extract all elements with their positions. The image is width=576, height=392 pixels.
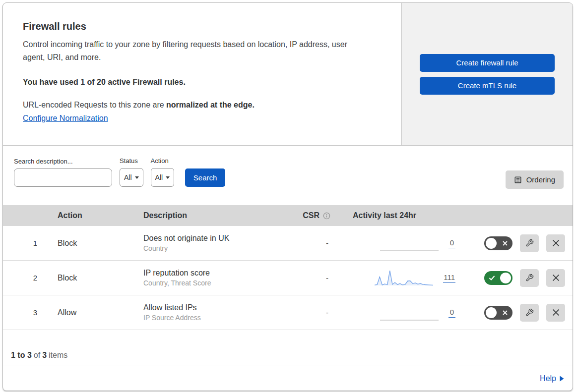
rule-enabled-toggle[interactable] [484,306,512,320]
wrench-icon [525,239,534,247]
x-icon [552,274,560,281]
status-select[interactable]: All [120,168,143,187]
csr-header-label: CSR [303,211,320,220]
rule-description: IP reputation score [143,269,283,278]
usage-summary: You have used 1 of 20 active Firewall ru… [23,78,382,87]
delete-rule-button[interactable] [546,234,565,252]
rule-enabled-toggle[interactable] [484,271,512,285]
ordering-button[interactable]: Ordering [506,170,564,189]
table-body: 1BlockDoes not originate in UKCountry-02… [3,226,573,330]
total-count: 3 [42,351,47,360]
rule-activity-cell: 111 [335,269,464,287]
pagination-summary: 1 to 3 of 3 items [3,330,573,366]
edit-rule-button[interactable] [520,269,539,287]
rule-controls [464,269,573,287]
action-select[interactable]: All [151,168,175,187]
rule-action: Block [50,239,140,248]
ordering-button-label: Ordering [526,175,555,184]
chevron-down-icon [135,176,139,179]
create-firewall-rule-button[interactable]: Create firewall rule [420,54,555,72]
actions-panel: Create firewall rule Create mTLS rule [401,3,573,145]
of-text: of [34,351,40,360]
rule-priority: 3 [3,308,50,317]
column-action: Action [50,211,140,220]
column-description: Description [140,211,283,220]
rule-csr: - [283,308,335,317]
search-input-wrapper [14,168,112,187]
rule-enabled-toggle[interactable] [484,236,512,250]
search-input[interactable] [24,169,114,186]
normalization-prefix: URL-encoded Requests to this zone are [23,101,164,109]
search-group: Search description... [14,158,112,187]
delete-rule-button[interactable] [546,304,565,322]
help-link[interactable]: Help [540,374,556,383]
wrench-icon [525,274,534,282]
status-selected-value: All [124,173,132,181]
rule-priority: 2 [3,274,50,282]
search-label: Search description... [14,158,112,165]
x-icon [502,310,508,316]
normalization-bold: normalized at the edge. [166,101,255,109]
create-mtls-rule-button[interactable]: Create mTLS rule [420,77,555,95]
help-bar: Help [3,366,573,391]
rule-action: Allow [50,308,140,317]
check-icon [489,275,495,281]
edit-rule-button[interactable] [520,234,539,252]
header-text-block: Firewall rules Control incoming traffic … [3,3,401,145]
rule-activity-cell: 0 [335,304,464,322]
search-button[interactable]: Search [185,168,225,187]
page-title: Firewall rules [23,21,382,32]
page-description: Control incoming traffic to your zone by… [23,38,382,64]
chevron-down-icon [166,176,170,179]
toggle-knob [486,307,497,318]
x-icon [502,240,508,246]
activity-sparkline-empty [380,234,439,252]
table-row: 2BlockIP reputation scoreCountry, Threat… [3,261,573,295]
rule-priority: 1 [3,239,50,247]
filter-bar: Search description... Status All Action [3,146,573,205]
rule-csr: - [283,239,335,247]
rule-description-cell: Allow listed IPsIP Source Address [140,303,283,322]
table-row: 1BlockDoes not originate in UKCountry-0 [3,226,573,261]
action-label: Action [151,157,175,165]
activity-count-link[interactable]: 0 [448,238,455,248]
toggle-knob [486,238,497,249]
rule-controls [464,304,573,322]
edit-rule-button[interactable] [520,304,539,322]
range-text: 1 to 3 [11,351,32,360]
rule-action: Block [50,274,140,282]
toggle-knob [500,273,511,283]
rule-activity-cell: 0 [335,234,464,252]
status-group: Status All [120,157,143,187]
rule-description: Allow listed IPs [143,303,283,312]
wrench-icon [525,308,534,317]
action-group: Action All [151,157,175,187]
rule-description-cell: IP reputation scoreCountry, Threat Score [140,269,283,287]
table-header: Action Description CSR Activity last 24h… [3,205,573,226]
x-icon [552,309,560,316]
activity-sparkline [375,269,433,287]
items-text: items [49,351,67,360]
normalization-note: URL-encoded Requests to this zone are no… [23,101,382,110]
rule-criteria: Country, Threat Score [143,279,283,287]
rule-criteria: IP Source Address [143,314,283,322]
activity-sparkline-empty [380,304,439,322]
header-section: Firewall rules Control incoming traffic … [3,3,573,146]
activity-count-link[interactable]: 0 [448,308,455,318]
rule-controls [464,234,573,252]
rule-description-cell: Does not originate in UKCountry [140,234,283,252]
list-document-icon [514,176,522,184]
rule-criteria: Country [143,244,283,252]
column-activity: Activity last 24hr [335,211,464,220]
table-row: 3AllowAllow listed IPsIP Source Address-… [3,295,573,330]
rule-csr: - [283,274,335,282]
column-csr: CSR [283,211,335,220]
firewall-rules-panel: Firewall rules Control incoming traffic … [2,2,573,391]
info-icon[interactable] [323,212,330,220]
activity-count-link[interactable]: 111 [443,273,455,283]
x-icon [552,239,560,247]
rule-description: Does not originate in UK [143,234,283,243]
arrow-right-icon [560,376,564,382]
delete-rule-button[interactable] [546,269,565,287]
configure-normalization-link[interactable]: Configure Normalization [23,114,108,123]
